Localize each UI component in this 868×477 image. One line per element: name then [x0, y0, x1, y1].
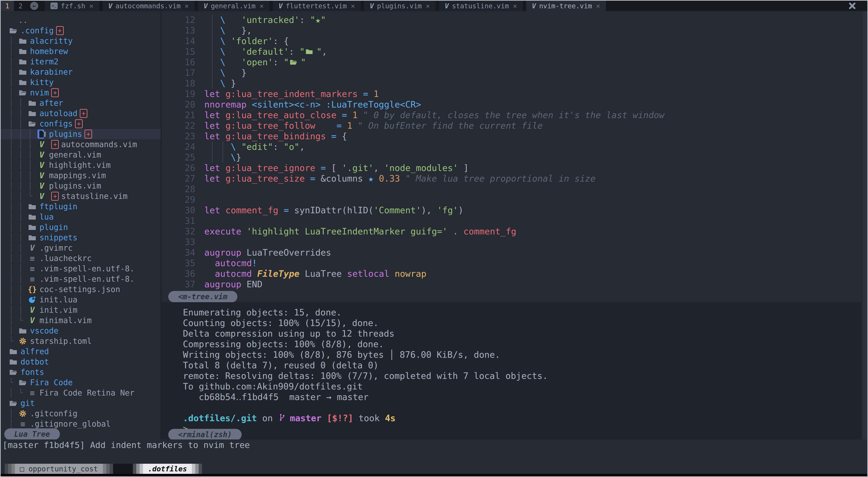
- code-token: [225, 78, 230, 89]
- tabpage-number[interactable]: 1: [1, 1, 14, 11]
- code-line-32[interactable]: 32execute 'highlight LuaTreeIndentMarker…: [161, 226, 862, 237]
- code-token: [215, 14, 220, 25]
- tree-indent-guide: │: [9, 57, 18, 66]
- tree-item-autoload[interactable]: │ │ autoload+: [1, 108, 161, 118]
- code-line-30[interactable]: 30let comment_fg = synIDattr(hlID('Comme…: [161, 205, 862, 215]
- tab-general.vim[interactable]: Vgeneral.vim×: [198, 1, 270, 11]
- tab-close-icon[interactable]: ×: [596, 2, 600, 10]
- back-arrow-icon[interactable]: ←: [30, 2, 38, 10]
- code-line-17[interactable]: 17 │ \ }: [161, 68, 862, 78]
- tab-label: autocommands.vim: [116, 2, 181, 10]
- tmux-window-opportunity_cost[interactable]: □ opportunity_cost: [5, 464, 113, 474]
- tree-item-label: init.vim: [39, 306, 78, 314]
- tree-item-configs[interactable]: │ │ configs+: [1, 118, 161, 129]
- tree-item-highlight.vim[interactable]: │ │ │ Vhighlight.vim: [1, 160, 161, 170]
- code-line-15[interactable]: 15 │ \ 'default': "",: [161, 46, 862, 57]
- tree-item-iterm2[interactable]: │ iterm2: [1, 57, 161, 67]
- tree-item-statusline.vim[interactable]: │ │ └ V+statusline.vim: [1, 191, 161, 201]
- code-token: g:lua_tree_bindings: [225, 131, 326, 141]
- tree-item-plugins[interactable]: │ │ │ plugins+: [1, 129, 161, 139]
- code-line-22[interactable]: 22let g:lua_tree_follow = 1 " On bufEnte…: [161, 121, 862, 131]
- code-line-19[interactable]: 19let g:lua_tree_indent_markers = 1: [161, 89, 862, 99]
- tree-item-autocommands.vim[interactable]: │ │ │ V+autocommands.vim: [1, 139, 161, 149]
- tmux-window-.dotfiles[interactable]: .dotfiles: [133, 464, 202, 474]
- tmux-gradient-block: [103, 464, 106, 474]
- close-icon[interactable]: [849, 1, 856, 11]
- code-line-27[interactable]: 27let g:lua_tree_size = &columns ★ 0.33 …: [161, 173, 862, 184]
- tree-item-lua[interactable]: │ │ lua: [1, 212, 161, 222]
- tab-autocommands.vim[interactable]: Vautocommands.vim×: [102, 1, 194, 11]
- tree-item-kitty[interactable]: │ kitty: [1, 77, 161, 88]
- tree-item-nvim[interactable]: │ nvim+: [1, 88, 161, 98]
- tree-item-.vim-spell-en.utf-8.[interactable]: │ │ ≡.vim-spell-en.utf-8.: [1, 264, 161, 274]
- tab-fzf.sh[interactable]: >_fzf.sh×: [44, 1, 99, 11]
- tree-item-general.vim[interactable]: │ │ │ Vgeneral.vim: [1, 149, 161, 160]
- tab-close-icon[interactable]: ×: [426, 2, 430, 10]
- code-token: autocmd: [215, 258, 252, 268]
- code-line-28[interactable]: 28: [161, 184, 862, 194]
- tree-item-.gitignore-global[interactable]: │ ≡.gitignore_global: [1, 419, 161, 429]
- tree-item-plugin[interactable]: │ │ plugin: [1, 222, 161, 232]
- code-line-20[interactable]: 20nnoremap <silent><c-n> :LuaTreeToggle<…: [161, 99, 862, 110]
- tab-close-icon[interactable]: ×: [351, 2, 355, 10]
- tree-item-snippets[interactable]: │ │ snippets: [1, 232, 161, 243]
- tab-close-icon[interactable]: ×: [260, 2, 264, 10]
- code-line-25[interactable]: 25 │ │ \}: [161, 152, 862, 163]
- code-line-14[interactable]: 14 │ \ 'folder': {: [161, 36, 862, 46]
- tree-item-.gvimrc[interactable]: │ │ V.gvimrc: [1, 243, 161, 253]
- tab-nvim-tree.vim[interactable]: Vnvim-tree.vim×: [526, 1, 606, 11]
- tree-item-dotbot[interactable]: dotbot: [1, 356, 161, 367]
- code-line-29[interactable]: 29: [161, 194, 862, 205]
- code-line-31[interactable]: 31: [161, 215, 862, 226]
- tree-item-Fira-Code[interactable]: └ Fira Code: [1, 377, 161, 388]
- code-line-13[interactable]: 13 │ \ },: [161, 25, 862, 36]
- tab-statusline.vim[interactable]: Vstatusline.vim×: [439, 1, 523, 11]
- code-line-34[interactable]: 34augroup LuaTreeOverrides: [161, 247, 862, 258]
- code-line-36[interactable]: 36 autocmd FileType LuaTree setlocal now…: [161, 268, 862, 279]
- tabpage-number[interactable]: 2: [14, 1, 27, 11]
- tree-item-label: statusline.vim: [61, 192, 127, 201]
- code-area[interactable]: 12 │ \ 'untracked': "★"13 │ \ },14 │ \ '…: [161, 11, 862, 291]
- tree-item-karabiner[interactable]: │ karabiner: [1, 67, 161, 77]
- tree-indent-guide: │ │: [9, 212, 28, 222]
- tab-fluttertest.vim[interactable]: Vfluttertest.vim×: [273, 1, 361, 11]
- tree-item-..[interactable]: ..: [1, 15, 161, 26]
- tree-item-vscode[interactable]: │ vscode: [1, 326, 161, 336]
- code-line-23[interactable]: 23let g:lua_tree_bindings = {: [161, 131, 862, 141]
- tree-item-init.vim[interactable]: │ │ Vinit.vim: [1, 305, 161, 315]
- code-line-33[interactable]: 33: [161, 237, 862, 247]
- tree-item-after[interactable]: │ │ after: [1, 98, 161, 108]
- code-line-16[interactable]: 16 │ \ 'open': "": [161, 57, 862, 68]
- tab-close-icon[interactable]: ×: [185, 2, 189, 10]
- tree-item-init.lua[interactable]: │ │ init.lua: [1, 295, 161, 305]
- tree-item-.config[interactable]: .config+: [1, 26, 161, 36]
- tree-item-git[interactable]: git: [1, 398, 161, 408]
- tmux-gradient-block: [136, 464, 140, 474]
- code-line-35[interactable]: 35 autocmd!: [161, 258, 862, 268]
- tree-item-.vim-spell-en.utf-8.[interactable]: │ │ ≡.vim-spell-en.utf-8.: [1, 274, 161, 284]
- tree-item-fonts[interactable]: fonts: [1, 367, 161, 377]
- tree-item-mappings.vim[interactable]: │ │ │ Vmappings.vim: [1, 170, 161, 181]
- tree-item-ftplugin[interactable]: │ │ ftplugin: [1, 201, 161, 212]
- tree-item-.gitconfig[interactable]: │ .gitconfig: [1, 408, 161, 419]
- code-line-24[interactable]: 24 │ │ \ "edit": "o",: [161, 141, 862, 152]
- tab-plugins.vim[interactable]: Vplugins.vim×: [364, 1, 436, 11]
- tree-item-Fira-Code-Retina-Ner[interactable]: │ └ ≡Fira Code Retina Ner: [1, 388, 161, 398]
- tree-item-plugins.vim[interactable]: │ │ │ Vplugins.vim: [1, 181, 161, 191]
- tree-item-homebrew[interactable]: │ homebrew: [1, 46, 161, 57]
- code-line-18[interactable]: 18 │ \ }: [161, 78, 862, 89]
- tree-item-alfred[interactable]: alfred: [1, 346, 161, 356]
- tree-item-minimal.vim[interactable]: │ └ Vminimal.vim: [1, 315, 161, 326]
- tree-item-coc-settings.json[interactable]: │ │ {}coc-settings.json: [1, 284, 161, 295]
- code-line-21[interactable]: 21let g:lua_tree_auto_close = 1 " 0 by d…: [161, 110, 862, 121]
- tree-item-alacritty[interactable]: │ alacritty: [1, 36, 161, 46]
- terminal-split[interactable]: Enumerating objects: 15, done.Counting o…: [161, 302, 862, 439]
- code-line-37[interactable]: 37augroup END: [161, 279, 862, 289]
- code-line-12[interactable]: 12 │ \ 'untracked': "★": [161, 14, 862, 25]
- tab-close-icon[interactable]: ×: [513, 2, 517, 10]
- tree-item-starship.toml[interactable]: └ starship.toml: [1, 336, 161, 346]
- tab-close-icon[interactable]: ×: [89, 2, 93, 10]
- git-branch-icon: [278, 414, 287, 421]
- tree-item-.luacheckrc[interactable]: │ │ ≡.luacheckrc: [1, 253, 161, 264]
- code-line-26[interactable]: 26let g:lua_tree_ignore = [ '.git', 'nod…: [161, 163, 862, 173]
